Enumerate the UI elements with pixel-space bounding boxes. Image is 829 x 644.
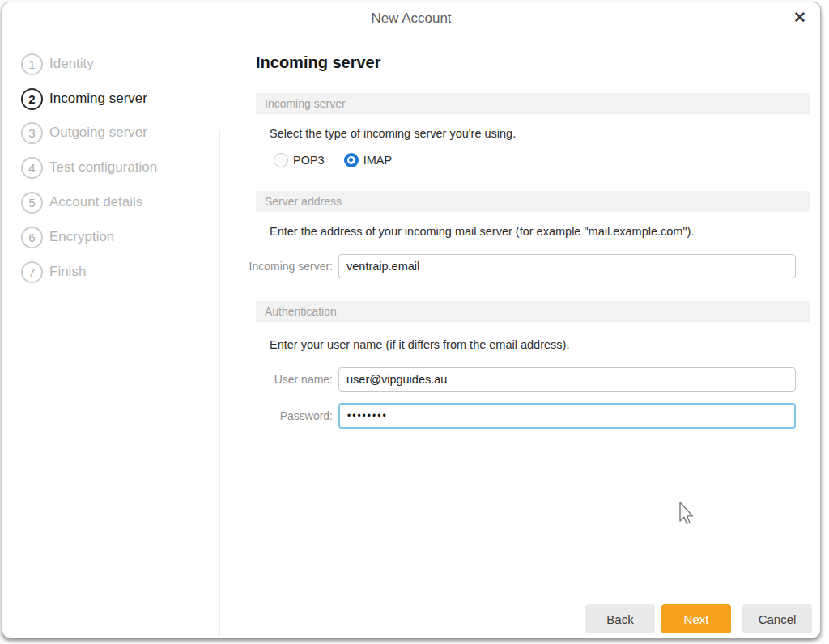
new-account-dialog: New Account ✕ 1 Identity 2 Incoming serv… [2, 2, 821, 638]
step-incoming-server[interactable]: 2 Incoming server [21, 87, 147, 110]
step-number: 2 [21, 88, 43, 110]
authentication-description: Enter your user name (if it differs from… [270, 338, 569, 351]
step-label: Outgoing server [49, 125, 147, 141]
user-name-value: user@vipguides.au [346, 373, 447, 386]
step-test-configuration[interactable]: 4 Test configuration [21, 156, 157, 179]
incoming-server-input[interactable]: ventraip.email [338, 254, 796, 278]
mouse-cursor-icon [677, 501, 695, 527]
step-label: Test configuration [49, 159, 157, 176]
step-identity[interactable]: 1 Identity [21, 53, 94, 75]
section-header-incoming-server: Incoming server [256, 93, 810, 114]
step-number: 7 [21, 261, 43, 283]
step-encryption[interactable]: 6 Encryption [21, 226, 114, 248]
server-type-radio-group: POP3 IMAP [274, 152, 411, 167]
section-header-server-address: Server address [256, 191, 810, 212]
server-type-description: Select the type of incoming server you'r… [270, 127, 516, 140]
server-address-description: Enter the address of your incoming mail … [270, 225, 694, 238]
step-number: 4 [21, 157, 43, 179]
step-label: Finish [49, 264, 86, 280]
step-account-details[interactable]: 5 Account details [21, 191, 142, 214]
step-label: Incoming server [49, 91, 147, 107]
user-name-label: User name: [244, 373, 333, 386]
radio-pop3[interactable] [274, 153, 288, 167]
password-masked-value: •••••••• [347, 410, 388, 422]
step-number: 3 [21, 122, 43, 144]
screen: New Account ✕ 1 Identity 2 Incoming serv… [0, 0, 829, 644]
cancel-button[interactable]: Cancel [742, 604, 812, 633]
step-label: Account details [49, 194, 142, 210]
text-caret [389, 409, 389, 423]
section-header-authentication: Authentication [256, 301, 810, 322]
page-title: Incoming server [256, 53, 381, 72]
radio-imap-label[interactable]: IMAP [363, 154, 392, 167]
password-label: Password: [244, 409, 333, 422]
password-input[interactable]: •••••••• [338, 403, 796, 429]
next-button[interactable]: Next [661, 604, 731, 633]
close-icon[interactable]: ✕ [789, 7, 810, 28]
step-finish[interactable]: 7 Finish [21, 261, 86, 283]
step-number: 1 [21, 53, 43, 75]
dialog-title: New Account [2, 11, 820, 27]
incoming-server-value: ventraip.email [346, 260, 419, 273]
user-name-input[interactable]: user@vipguides.au [338, 367, 796, 392]
radio-pop3-label[interactable]: POP3 [293, 154, 325, 167]
radio-imap[interactable] [344, 153, 359, 167]
sidebar-divider [219, 130, 220, 637]
step-label: Encryption [49, 229, 114, 245]
back-button[interactable]: Back [585, 604, 655, 633]
step-number: 6 [21, 227, 43, 248]
step-number: 5 [21, 192, 43, 214]
step-label: Identity [49, 56, 94, 72]
step-outgoing-server[interactable]: 3 Outgoing server [21, 121, 147, 144]
incoming-server-label: Incoming server: [244, 260, 333, 273]
